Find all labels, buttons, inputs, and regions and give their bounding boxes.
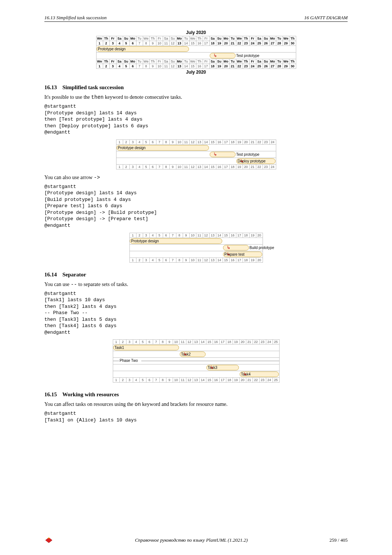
heading-16-15: 16.15 Working with resources bbox=[44, 391, 348, 398]
header-left: 16.13 Simplified task succession bbox=[44, 15, 107, 21]
gantt-chart-3: 1234567891011121314151617181920Prototype… bbox=[44, 233, 348, 263]
plantuml-logo-icon bbox=[44, 536, 53, 544]
page-footer: Справочное руководство по языку PlantUML… bbox=[44, 536, 348, 544]
footer-title: Справочное руководство по языку PlantUML… bbox=[135, 537, 248, 543]
page-number: 259 / 405 bbox=[330, 537, 348, 543]
gantt-chart-4: 1234567891011121314151617181920212223242… bbox=[44, 339, 348, 383]
gantt-chart-1: July 2020WeThFrSaSuMoTuWeThFrSaSuMoTuWeT… bbox=[44, 29, 348, 75]
paragraph: It's possible to use the then keyword to… bbox=[44, 94, 348, 100]
paragraph: You can also use arrow -> bbox=[44, 175, 348, 181]
heading-16-14: 16.14 Separator bbox=[44, 272, 348, 278]
code-block-4: @startgantt [Task1] on {Alice} lasts 10 … bbox=[44, 410, 348, 423]
heading-16-13: 16.13 Simplified task succession bbox=[44, 84, 348, 91]
paragraph: You can use -- to separate sets of tasks… bbox=[44, 282, 348, 287]
code-block-2: @startgantt [Prototype design] lasts 14 … bbox=[44, 184, 348, 229]
paragraph: You can affect tasks on resources using … bbox=[44, 401, 348, 407]
code-block-3: @startgantt [Task1] lasts 10 days then [… bbox=[44, 290, 348, 336]
page-header: 16.13 Simplified task succession 16 GANT… bbox=[44, 15, 348, 22]
code-block-1: @startgantt [Prototype design] lasts 14 … bbox=[44, 103, 348, 136]
header-right: 16 GANTT DIAGRAM bbox=[304, 15, 348, 21]
gantt-chart-2: 123456789101112131415161718192021222324P… bbox=[44, 139, 348, 169]
